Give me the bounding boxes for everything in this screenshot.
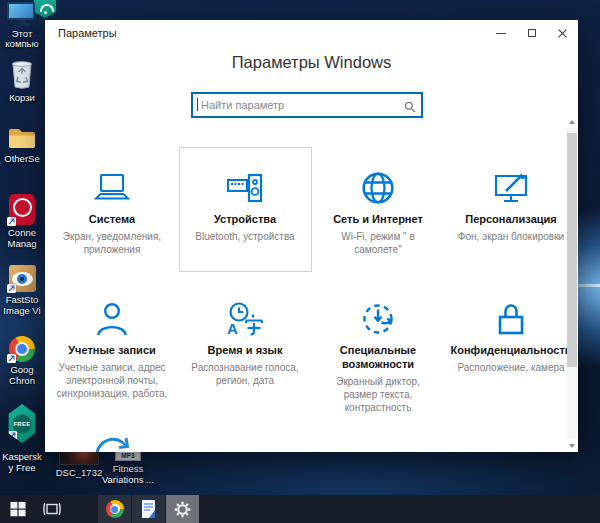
window-title: Параметры (58, 27, 117, 39)
chevron-down-icon (569, 444, 575, 448)
tile-subtitle: Wi-Fi, режим " в самолете" (312, 230, 445, 256)
tile-subtitle: Учетные записи, адрес электронной почты,… (46, 361, 179, 401)
close-icon (557, 28, 568, 39)
desktop-icon-label: Conne Manag (0, 228, 44, 250)
desktop-icon-kaspersky[interactable]: FREE Kaspersky Free (0, 404, 44, 474)
connect-manager-icon (9, 194, 35, 225)
desktop-icon-folder[interactable]: OtherSe (0, 127, 44, 165)
desktop-icon-label: Корзи (0, 93, 44, 104)
lock-icon (445, 299, 578, 339)
svg-text:A: A (227, 320, 238, 337)
close-button[interactable] (547, 20, 578, 46)
page-title: Параметры Windows (45, 53, 578, 72)
desktop-icon-faststone[interactable]: FastSto Image Vi (0, 265, 44, 317)
tile-title: Учетные записи (46, 344, 179, 358)
shortcut-arrow-icon (7, 217, 16, 226)
scrollbar-thumb[interactable] (567, 133, 577, 367)
tile-title: Время и язык (179, 344, 312, 358)
tile-title: Персонализация (445, 213, 578, 227)
tile-privacy[interactable]: Конфиденциальность Расположение, камера (445, 278, 578, 403)
tile-system[interactable]: Система Экран, уведомления, приложения (46, 147, 179, 272)
desktop-icon-label: Fitness Variations ... (100, 464, 156, 486)
tile-title: Устройства (180, 213, 311, 227)
shortcut-arrow-icon (8, 431, 17, 440)
clock-language-icon: A (179, 299, 312, 339)
tile-subtitle: Расположение, камера (445, 361, 578, 374)
tile-ease-of-access[interactable]: Специальные возможности Экранный диктор,… (312, 278, 445, 403)
laptop-icon (46, 168, 179, 208)
desktop-icon-label: Kaspersky Free (0, 452, 44, 474)
desktop-icon-label: DSC_1732 (54, 468, 104, 479)
start-button[interactable] (0, 495, 36, 523)
shortcut-arrow-icon (7, 354, 16, 363)
user-icon (46, 299, 179, 339)
chevron-up-icon (569, 120, 575, 124)
scrollbar-up-button[interactable] (567, 115, 577, 128)
tile-personalization[interactable]: Персонализация Фон, экран блокировки (445, 147, 578, 272)
taskbar-writer-button[interactable] (132, 495, 165, 523)
scrollbar[interactable] (567, 115, 577, 452)
settings-tile-grid: Система Экран, уведомления, приложения (45, 147, 578, 452)
writer-document-icon (141, 500, 156, 518)
desktop-icon-this-pc[interactable]: Этот компью (0, 2, 44, 50)
update-refresh-icon (46, 430, 179, 452)
desktop-icon-label: OtherSe (0, 154, 44, 165)
desktop-icon-label: Goog Chron (0, 365, 44, 387)
scrollbar-down-button[interactable] (567, 439, 577, 452)
desktop-icon-label: Этот компью (0, 29, 44, 51)
tile-accounts[interactable]: Учетные записи Учетные записи, адрес эле… (46, 278, 179, 403)
tile-subtitle: Фон, экран блокировки (445, 230, 578, 243)
tile-subtitle: Экранный диктор, размер текста, контраст… (312, 375, 445, 415)
tile-update-partial[interactable] (46, 409, 179, 452)
desktop-icon-recycle-bin[interactable]: Корзи (0, 60, 44, 104)
shortcut-arrow-icon (7, 284, 16, 293)
taskbar (0, 495, 600, 523)
search-input[interactable] (191, 92, 423, 118)
recycle-bin-icon (10, 60, 34, 90)
this-pc-icon (7, 2, 37, 26)
settings-gear-icon (174, 501, 191, 518)
tile-devices[interactable]: Устройства Bluetooth, устройства (179, 147, 312, 272)
tile-subtitle: Экран, уведомления, приложения (46, 230, 179, 256)
task-view-button[interactable] (36, 495, 68, 523)
chrome-icon (106, 500, 124, 518)
folder-icon (8, 127, 36, 151)
tile-subtitle: Распознавание голоса, регион, дата (179, 361, 312, 387)
kaspersky-hexagon-icon: FREE (8, 404, 37, 443)
tile-title: Сеть и Интернет (312, 213, 445, 227)
minimize-icon (496, 33, 506, 34)
tile-title: Система (46, 213, 179, 227)
taskbar-chrome-button[interactable] (98, 495, 131, 523)
maximize-icon (528, 29, 536, 37)
task-view-icon (43, 502, 61, 516)
desktop: Этот компью Корзи OtherSe Conne Ma (0, 0, 600, 523)
tile-time-language[interactable]: A Время и язык Распознавание голоса, рег… (179, 278, 312, 403)
desktop-icon-fitness-mp3[interactable]: MP3 Fitness Variations ... (100, 450, 156, 486)
chrome-icon (9, 336, 35, 362)
devices-icon (180, 168, 311, 208)
taskbar-settings-button[interactable] (166, 495, 199, 523)
desktop-icon-connect-manager[interactable]: Conne Manag (0, 194, 44, 250)
tile-network[interactable]: Сеть и Интернет Wi-Fi, режим " в самолет… (312, 147, 445, 272)
settings-window: Параметры Параметры Windows (45, 20, 578, 452)
windows-logo-icon (10, 501, 26, 517)
tile-title: Конфиденциальность (445, 344, 578, 358)
desktop-icon-label: FastSto Image Vi (0, 295, 44, 317)
minimize-button[interactable] (485, 20, 516, 46)
tile-subtitle: Bluetooth, устройства (180, 230, 311, 243)
maximize-button[interactable] (516, 20, 547, 46)
display-brush-icon (445, 168, 578, 208)
desktop-icon-chrome[interactable]: Goog Chron (0, 336, 44, 387)
faststone-eye-icon (9, 265, 36, 292)
tile-title: Специальные возможности (312, 344, 445, 372)
globe-icon (312, 168, 445, 208)
ease-of-access-icon (312, 299, 445, 339)
